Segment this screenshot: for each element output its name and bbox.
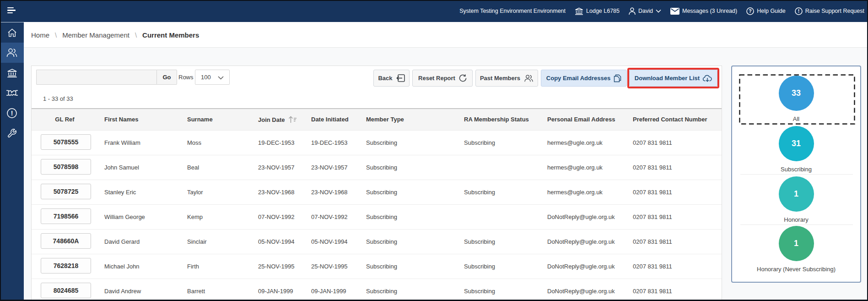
svg-text:?: ? [749, 8, 751, 14]
svg-text:!: ! [11, 109, 13, 117]
svg-text:!: ! [798, 8, 800, 14]
